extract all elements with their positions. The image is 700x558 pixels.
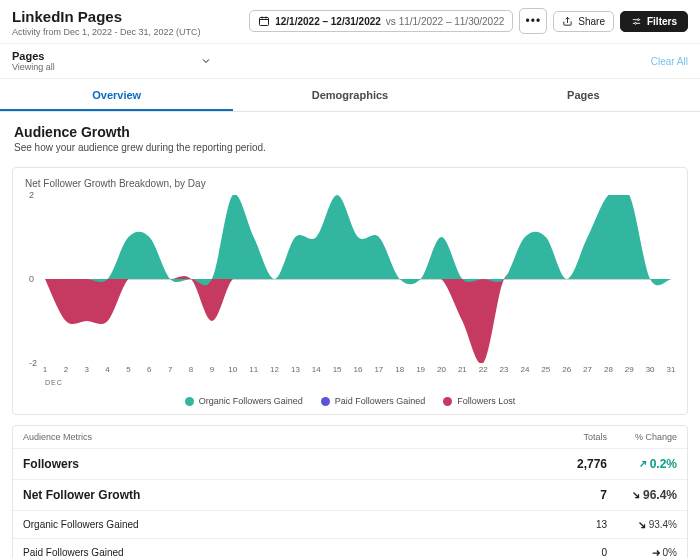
filters-label: Filters [647, 16, 677, 27]
metrics-row: Paid Followers Gained00% [13, 539, 687, 558]
date-range-compare: vs 11/1/2022 – 11/30/2022 [386, 16, 504, 27]
ytick: 2 [29, 190, 34, 200]
share-icon [562, 16, 573, 27]
xtick: 24 [520, 365, 529, 374]
tabs: Overview Demographics Pages [0, 79, 700, 112]
xtick: 5 [126, 365, 130, 374]
chart-title: Net Follower Growth Breakdown, by Day [25, 178, 675, 189]
xtick: 8 [189, 365, 193, 374]
header-actions: 12/1/2022 – 12/31/2022 vs 11/1/2022 – 11… [249, 8, 688, 34]
metrics-header-row: Audience Metrics Totals % Change [13, 426, 687, 449]
legend-paid: Paid Followers Gained [321, 396, 426, 406]
metric-label: Net Follower Growth [23, 488, 537, 502]
xtick: 18 [395, 365, 404, 374]
pages-selector-label: Pages [12, 50, 55, 62]
metric-label: Paid Followers Gained [23, 547, 537, 558]
metrics-header-totals: Totals [537, 432, 607, 442]
svg-point-1 [637, 18, 639, 20]
xtick: 25 [541, 365, 550, 374]
tab-demographics[interactable]: Demographics [233, 79, 466, 111]
metric-total: 0 [537, 547, 607, 558]
xtick: 29 [625, 365, 634, 374]
xtick: 2 [64, 365, 68, 374]
tab-pages[interactable]: Pages [467, 79, 700, 111]
sliders-icon [631, 16, 642, 27]
xtick: 11 [249, 365, 258, 374]
xtick: 3 [84, 365, 88, 374]
metric-change: 0.2% [607, 457, 677, 471]
xtick: 22 [479, 365, 488, 374]
section-title: Audience Growth [14, 124, 686, 140]
ellipsis-icon: ••• [525, 14, 541, 28]
xtick: 14 [312, 365, 321, 374]
metric-total: 7 [537, 488, 607, 502]
xtick: 19 [416, 365, 425, 374]
metrics-row: Organic Followers Gained1393.4% [13, 511, 687, 539]
metric-label: Organic Followers Gained [23, 519, 537, 530]
metrics-row: Followers2,7760.2% [13, 449, 687, 480]
clear-all-link[interactable]: Clear All [651, 56, 688, 67]
tab-overview[interactable]: Overview [0, 79, 233, 111]
share-button[interactable]: Share [553, 11, 614, 32]
xtick: 16 [354, 365, 363, 374]
xtick: 28 [604, 365, 613, 374]
chart-legend: Organic Followers Gained Paid Followers … [25, 386, 675, 408]
page-title: LinkedIn Pages [12, 8, 201, 25]
xtick: 10 [228, 365, 237, 374]
metrics-header-change: % Change [607, 432, 677, 442]
xtick: 20 [437, 365, 446, 374]
metrics-header-label: Audience Metrics [23, 432, 537, 442]
chart-frame: 20-2 [45, 195, 671, 363]
ytick: 0 [29, 274, 34, 284]
xtick: 30 [646, 365, 655, 374]
metric-change: 93.4% [607, 519, 677, 530]
xtick: 17 [374, 365, 383, 374]
top-bar: LinkedIn Pages Activity from Dec 1, 2022… [0, 0, 700, 43]
xtick: 31 [667, 365, 676, 374]
area-followers-lost [45, 273, 671, 363]
xtick: 1 [43, 365, 47, 374]
xtick: 7 [168, 365, 172, 374]
legend-swatch-organic [185, 397, 194, 406]
calendar-icon [258, 15, 270, 27]
chart-card: Net Follower Growth Breakdown, by Day 20… [12, 167, 688, 415]
arrow-down-right-icon [631, 490, 641, 500]
header-left: LinkedIn Pages Activity from Dec 1, 2022… [12, 8, 201, 37]
metrics-row: Net Follower Growth796.4% [13, 480, 687, 511]
date-range-selected: 12/1/2022 – 12/31/2022 [275, 16, 381, 27]
chart-month-label: DEC [45, 379, 675, 386]
filters-button[interactable]: Filters [620, 11, 688, 32]
metric-total: 2,776 [537, 457, 607, 471]
svg-rect-0 [260, 18, 269, 26]
xtick: 6 [147, 365, 151, 374]
legend-swatch-lost [443, 397, 452, 406]
arrow-up-right-icon [638, 459, 648, 469]
date-range-picker[interactable]: 12/1/2022 – 12/31/2022 vs 11/1/2022 – 11… [249, 10, 513, 32]
ytick: -2 [29, 358, 37, 368]
xtick: 9 [210, 365, 214, 374]
metric-change: 96.4% [607, 488, 677, 502]
xtick: 13 [291, 365, 300, 374]
metric-label: Followers [23, 457, 537, 471]
audience-metrics-table: Audience Metrics Totals % Change Followe… [12, 425, 688, 558]
chart-x-labels: 1234567891011121314151617181920212223242… [45, 365, 671, 379]
audience-growth-section: Audience Growth See how your audience gr… [0, 112, 700, 157]
chevron-down-icon [200, 55, 212, 67]
pages-selector[interactable]: Pages Viewing all [12, 50, 55, 72]
legend-lost: Followers Lost [443, 396, 515, 406]
pages-selector-row: Pages Viewing all Clear All [0, 43, 700, 79]
more-menu-button[interactable]: ••• [519, 8, 547, 34]
xtick: 21 [458, 365, 467, 374]
xtick: 15 [333, 365, 342, 374]
xtick: 23 [500, 365, 509, 374]
share-label: Share [578, 16, 605, 27]
arrow-right-icon [651, 548, 661, 558]
legend-organic: Organic Followers Gained [185, 396, 303, 406]
pages-selector-chevron[interactable] [195, 50, 217, 72]
area-organic-gained [45, 195, 671, 285]
pages-selector-sub: Viewing all [12, 62, 55, 72]
section-subtitle: See how your audience grew during the re… [14, 142, 686, 153]
xtick: 26 [562, 365, 571, 374]
arrow-down-right-icon [637, 520, 647, 530]
metric-total: 13 [537, 519, 607, 530]
